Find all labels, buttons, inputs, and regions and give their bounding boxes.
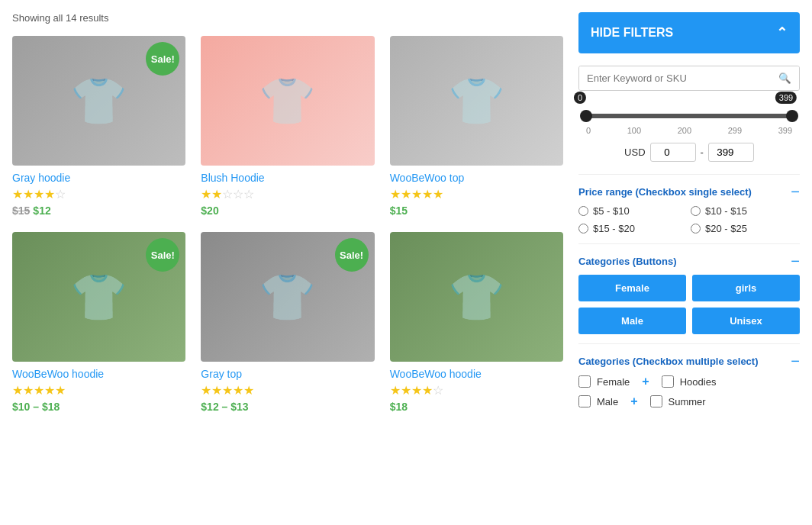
slider-tick: 0 [586,126,591,135]
star-icon: ★ [390,187,401,201]
category-button[interactable]: girls [692,275,800,301]
product-price: $18 [390,401,563,413]
product-image[interactable]: 👕 [390,232,563,362]
categories-checkbox-toggle[interactable]: − [791,353,800,369]
products-area: Showing all 14 results 👕 Sale! Gray hood… [12,12,578,413]
product-image[interactable]: 👕 [390,36,563,166]
star-icon: ☆ [233,187,243,201]
product-image[interactable]: 👕 [201,36,374,166]
checkbox-row: Female [578,375,630,388]
category-checkbox[interactable] [662,375,674,388]
price-range-radio[interactable] [578,224,588,234]
star-icon: ★ [12,187,23,201]
price: $18 [390,401,408,413]
star-icon: ★ [23,383,34,398]
product-name[interactable]: Gray top [201,368,374,380]
price-max-input[interactable] [708,143,754,162]
star-icon: ★ [422,383,433,398]
category-checkbox-label: Summer [669,396,706,407]
categories-checkbox-options: Female+HoodiesMale+Summer [578,375,800,408]
price-range-radio[interactable] [691,224,701,234]
price-range-option[interactable]: $10 - $15 [691,205,800,217]
categories-buttons-toggle[interactable]: − [791,253,800,269]
product-name[interactable]: WooBeWoo hoodie [390,368,563,380]
star-icon: ★ [411,383,422,398]
product-grid: 👕 Sale! Gray hoodie ★★★★☆ $15$12 👕 Blush… [12,36,563,413]
slider-tick: 399 [778,126,792,135]
search-input[interactable] [579,66,771,90]
star-icon: ★ [433,187,443,201]
product-image-placeholder: 👕 [259,270,316,324]
product-card[interactable]: 👕 WooBeWoo hoodie ★★★★☆ $18 [390,232,563,413]
product-name[interactable]: WooBeWoo hoodie [12,368,185,380]
price-range-radio[interactable] [578,206,588,216]
slider-max-label: 399 [775,92,797,104]
category-button[interactable]: Female [578,275,686,301]
category-button[interactable]: Unisex [692,308,800,334]
slider-tick: 200 [678,126,691,135]
product-card[interactable]: 👕 Sale! Gray top ★★★★★ $12 – $13 [201,232,374,413]
product-price: $15$12 [12,205,185,217]
product-rating: ★★☆☆☆ [201,187,374,201]
price-range-option[interactable]: $20 - $25 [691,223,800,234]
product-rating: ★★★★☆ [390,383,563,398]
price-min-input[interactable] [650,143,696,162]
categories-checkbox-section-header: Categories (Checkbox multiple select) − [578,343,800,375]
category-checkbox[interactable] [650,395,662,407]
star-icon: ★ [422,187,433,201]
sale-badge: Sale! [146,42,179,76]
category-checkbox[interactable] [578,395,591,407]
product-name[interactable]: WooBeWoo top [390,172,563,184]
price-inputs: USD - [578,143,800,162]
product-price: $12 – $13 [201,401,374,413]
slider-min-label: 0 [574,92,586,104]
star-icon: ★ [12,383,23,398]
categories-checkbox-title: Categories (Checkbox multiple select) [578,356,759,367]
price-range-toggle[interactable]: − [791,184,800,199]
star-icon: ★ [233,383,243,398]
star-icon: ★ [201,383,211,398]
price-range-radio[interactable] [691,206,701,216]
product-card[interactable]: 👕 Sale! WooBeWoo hoodie ★★★★★ $10 – $18 [12,232,185,413]
slider-handle-max[interactable]: 399 [786,110,798,122]
hide-filters-button[interactable]: HIDE FILTERS ⌃ [578,12,800,53]
price: $12 – $13 [201,401,248,413]
sale-badge: Sale! [335,238,369,272]
product-rating: ★★★★☆ [12,187,185,201]
search-button[interactable]: 🔍 [771,66,799,90]
price-range-section-header: Price range (Checkbox single select) − [578,174,800,205]
category-checkbox[interactable] [578,375,591,388]
checkbox-row: Male [578,395,618,407]
price-range-option-label: $5 - $10 [593,205,630,217]
star-icon: ★ [401,187,411,201]
price-range-option[interactable]: $5 - $10 [578,205,688,217]
slider-handle-min[interactable]: 0 [580,110,592,122]
product-name[interactable]: Gray hoodie [12,172,185,184]
product-price: $10 – $18 [12,401,185,413]
plus-icon: + [630,395,637,408]
product-card[interactable]: 👕 Sale! Gray hoodie ★★★★☆ $15$12 [12,36,185,217]
price-range-option[interactable]: $15 - $20 [578,223,688,234]
product-image-placeholder: 👕 [259,74,316,128]
price-range-title: Price range (Checkbox single select) [578,186,752,198]
price-range-options: $5 - $10 $10 - $15 $15 - $20 $20 - $25 [578,205,800,234]
sidebar: HIDE FILTERS ⌃ 🔍 0 399 0100200299399 USD [578,12,800,413]
price-range-option-label: $15 - $20 [593,223,635,234]
slider-fill [586,114,792,118]
star-icon: ★ [243,383,254,398]
product-card[interactable]: 👕 WooBeWoo top ★★★★★ $15 [390,36,563,217]
product-image[interactable]: 👕 Sale! [201,232,374,362]
category-checkbox-label: Hoodies [680,376,717,388]
product-image[interactable]: 👕 Sale! [12,232,185,362]
category-button[interactable]: Male [578,308,686,334]
checkbox-row: Summer [650,395,706,407]
product-image[interactable]: 👕 Sale! [12,36,185,166]
product-card[interactable]: 👕 Blush Hoodie ★★☆☆☆ $20 [201,36,374,217]
star-icon: ★ [44,187,55,201]
price-original: $15 [12,205,30,217]
product-rating: ★★★★★ [390,187,563,201]
categories-buttons-title: Categories (Buttons) [578,256,677,267]
price: $12 [33,205,50,217]
product-name[interactable]: Blush Hoodie [201,172,374,184]
price-slider-section: 0 399 0100200299399 USD - [578,114,800,162]
